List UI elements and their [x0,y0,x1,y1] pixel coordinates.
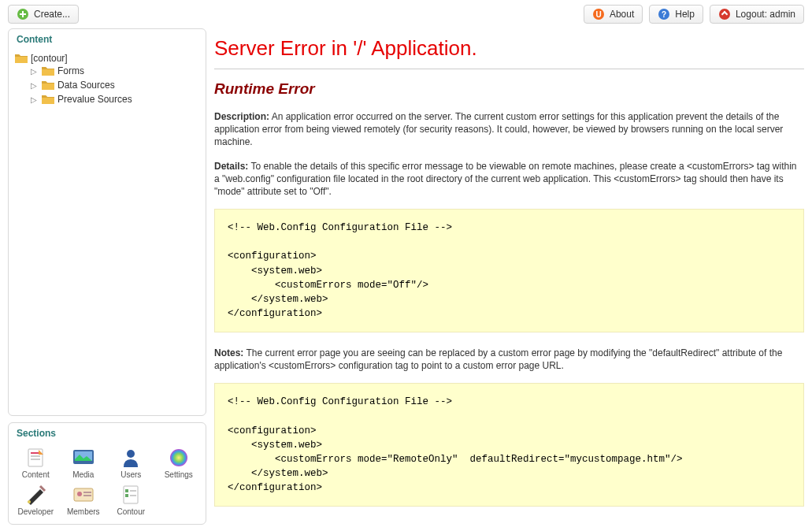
svg-rect-21 [83,492,91,493]
svg-point-17 [170,449,187,466]
section-label: Media [72,470,94,479]
description-text: An application error occurred on the ser… [214,111,783,147]
error-title: Server Error in '/' Application. [214,36,804,61]
section-members[interactable]: Members [60,482,108,518]
details-label: Details: [214,161,248,172]
section-label: Contour [117,507,145,516]
tree-node-label: Data Sources [57,80,115,91]
section-developer[interactable]: Developer [12,482,60,518]
description-label: Description: [214,111,269,122]
details-text: To enable the details of this specific e… [214,161,797,197]
divider [214,69,804,69]
about-icon: U [592,8,605,20]
users-icon [119,447,143,469]
logout-button-label: Logout: admin [736,9,795,20]
logout-icon [718,8,731,20]
content-tree-title: Content [9,29,206,48]
svg-rect-22 [83,495,91,496]
about-button[interactable]: U About [584,5,643,24]
expander-icon[interactable]: ▷ [29,81,39,90]
content-tree-panel: Content [contour] ▷ [8,28,206,416]
expander-icon[interactable]: ▷ [29,95,39,104]
code-sample-1: <!-- Web.Config Configuration File --> <… [214,209,804,332]
code-sample-2: <!-- Web.Config Configuration File --> <… [214,383,804,507]
plus-icon [17,8,29,20]
tree-node-forms[interactable]: ▷ Forms [29,65,201,76]
help-button-label: Help [675,9,695,20]
create-button-label: Create... [34,9,70,20]
notes-text: The current error page you are seeing ca… [214,347,782,371]
notes-label: Notes: [214,347,243,358]
media-icon [72,447,95,469]
developer-icon [24,484,47,506]
svg-rect-12 [31,455,40,457]
folder-icon [42,65,54,76]
section-settings[interactable]: Settings [155,445,203,481]
svg-rect-13 [31,459,40,460]
help-button[interactable]: ? Help [649,5,703,24]
section-users[interactable]: Users [107,445,155,481]
help-icon: ? [658,8,670,20]
svg-point-18 [28,500,31,503]
error-notes: Notes: The current error page you are se… [214,347,804,372]
svg-point-16 [127,450,135,458]
tree-node-data-sources[interactable]: ▷ Data Sources [29,80,201,91]
svg-text:U: U [595,10,601,19]
svg-rect-10 [28,449,43,466]
error-description: Description: An application error occurr… [214,110,804,149]
contour-icon [119,484,143,506]
error-page: Server Error in '/' Application. Runtime… [214,28,804,525]
folder-icon [15,53,28,64]
sections-panel: Sections Content Media [8,422,206,525]
section-label: Developer [17,507,54,516]
svg-point-7 [719,9,730,20]
expander-icon[interactable]: ▷ [29,67,39,76]
section-label: Members [67,507,100,516]
svg-rect-25 [130,490,136,492]
sections-title: Sections [9,423,206,442]
section-label: Settings [165,470,193,479]
svg-rect-24 [125,489,128,492]
settings-icon [167,447,191,469]
about-button-label: About [610,9,634,20]
tree-node-label: Prevalue Sources [57,94,132,105]
tree-node-label: Forms [57,65,84,76]
svg-text:?: ? [662,10,666,19]
svg-rect-27 [130,495,136,496]
section-media[interactable]: Media [60,445,108,481]
folder-icon [42,94,54,105]
members-icon [72,484,95,506]
code-text: <!-- Web.Config Configuration File --> <… [228,395,791,495]
folder-icon [42,80,54,91]
logout-button[interactable]: Logout: admin [710,5,804,24]
section-contour[interactable]: Contour [107,482,155,518]
svg-rect-2 [20,13,26,15]
error-subtitle: Runtime Error [214,80,804,98]
code-text: <!-- Web.Config Configuration File --> <… [228,221,791,321]
svg-rect-26 [125,494,128,497]
section-content[interactable]: Content [12,445,60,481]
tree-node-contour[interactable]: [contour] [15,53,201,64]
section-label: Users [121,470,141,479]
topbar: Create... U About ? Help Logout: admin [0,0,812,28]
section-label: Content [22,470,50,479]
content-icon [24,447,47,469]
svg-point-20 [77,492,82,496]
tree-node-prevalue-sources[interactable]: ▷ Prevalue Sources [29,94,201,105]
error-details: Details: To enable the details of this s… [214,160,804,199]
tree-node-label: [contour] [31,53,68,64]
create-button[interactable]: Create... [8,5,79,24]
